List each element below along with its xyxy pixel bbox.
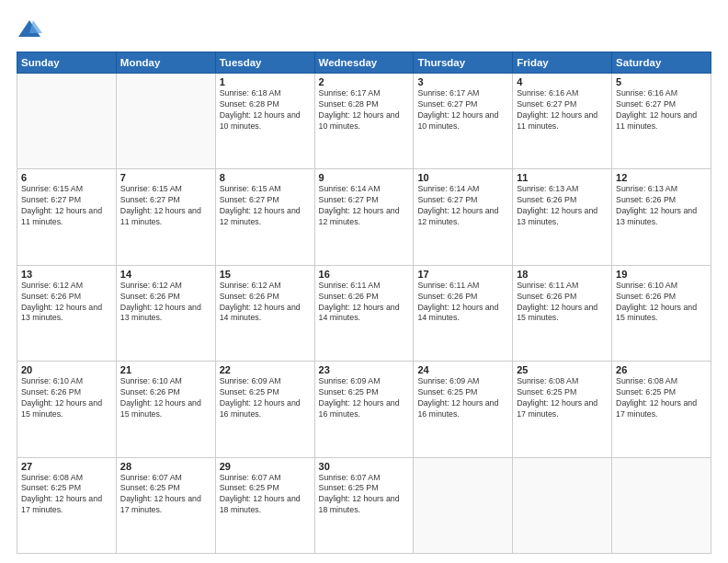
day-number: 21	[120, 364, 211, 375]
calendar-day-cell	[116, 74, 215, 169]
day-number: 25	[517, 364, 608, 375]
day-info: Sunrise: 6:11 AM Sunset: 6:26 PM Dayligh…	[417, 281, 508, 325]
calendar-week-row: 13Sunrise: 6:12 AM Sunset: 6:26 PM Dayli…	[17, 265, 711, 361]
day-info: Sunrise: 6:12 AM Sunset: 6:26 PM Dayligh…	[220, 281, 311, 325]
day-number: 16	[319, 269, 410, 280]
calendar-table: SundayMondayTuesdayWednesdayThursdayFrid…	[17, 52, 711, 554]
day-number: 3	[417, 76, 508, 87]
weekday-header: Thursday	[414, 52, 513, 74]
calendar-day-cell: 23Sunrise: 6:09 AM Sunset: 6:25 PM Dayli…	[314, 362, 414, 457]
day-number: 18	[517, 269, 608, 280]
calendar-day-cell: 20Sunrise: 6:10 AM Sunset: 6:26 PM Dayli…	[17, 362, 117, 457]
day-info: Sunrise: 6:16 AM Sunset: 6:27 PM Dayligh…	[517, 88, 608, 132]
day-number: 17	[417, 269, 508, 280]
day-info: Sunrise: 6:10 AM Sunset: 6:26 PM Dayligh…	[120, 376, 211, 420]
calendar-day-cell: 5Sunrise: 6:16 AM Sunset: 6:27 PM Daylig…	[612, 74, 711, 169]
calendar-day-cell: 13Sunrise: 6:12 AM Sunset: 6:26 PM Dayli…	[17, 265, 117, 361]
weekday-header: Monday	[116, 52, 215, 74]
day-info: Sunrise: 6:18 AM Sunset: 6:28 PM Dayligh…	[220, 88, 311, 132]
calendar-day-cell: 10Sunrise: 6:14 AM Sunset: 6:27 PM Dayli…	[414, 169, 513, 265]
day-info: Sunrise: 6:15 AM Sunset: 6:27 PM Dayligh…	[220, 184, 311, 228]
weekday-row: SundayMondayTuesdayWednesdayThursdayFrid…	[17, 52, 711, 74]
day-info: Sunrise: 6:16 AM Sunset: 6:27 PM Dayligh…	[616, 88, 707, 132]
calendar-day-cell: 9Sunrise: 6:14 AM Sunset: 6:27 PM Daylig…	[314, 169, 414, 265]
logo-icon	[17, 17, 42, 42]
day-number: 27	[21, 461, 112, 472]
calendar-day-cell: 28Sunrise: 6:07 AM Sunset: 6:25 PM Dayli…	[116, 457, 215, 553]
day-info: Sunrise: 6:11 AM Sunset: 6:26 PM Dayligh…	[319, 281, 410, 325]
day-info: Sunrise: 6:15 AM Sunset: 6:27 PM Dayligh…	[120, 184, 211, 228]
day-number: 28	[120, 461, 211, 472]
day-info: Sunrise: 6:17 AM Sunset: 6:28 PM Dayligh…	[319, 88, 410, 132]
day-info: Sunrise: 6:15 AM Sunset: 6:27 PM Dayligh…	[21, 184, 112, 228]
day-number: 14	[120, 269, 211, 280]
day-number: 24	[417, 364, 508, 375]
calendar-day-cell: 8Sunrise: 6:15 AM Sunset: 6:27 PM Daylig…	[215, 169, 314, 265]
calendar-day-cell: 29Sunrise: 6:07 AM Sunset: 6:25 PM Dayli…	[215, 457, 314, 553]
day-number: 30	[319, 461, 410, 472]
day-number: 15	[220, 269, 311, 280]
logo	[17, 17, 46, 42]
calendar-day-cell: 3Sunrise: 6:17 AM Sunset: 6:27 PM Daylig…	[414, 74, 513, 169]
day-info: Sunrise: 6:10 AM Sunset: 6:26 PM Dayligh…	[21, 376, 112, 420]
calendar-day-cell: 19Sunrise: 6:10 AM Sunset: 6:26 PM Dayli…	[612, 265, 711, 361]
day-number: 9	[319, 172, 410, 183]
header	[17, 17, 711, 42]
day-info: Sunrise: 6:09 AM Sunset: 6:25 PM Dayligh…	[319, 376, 410, 420]
day-number: 20	[21, 364, 112, 375]
calendar-day-cell: 6Sunrise: 6:15 AM Sunset: 6:27 PM Daylig…	[17, 169, 117, 265]
day-info: Sunrise: 6:10 AM Sunset: 6:26 PM Dayligh…	[616, 281, 707, 325]
calendar-day-cell	[612, 457, 711, 553]
day-number: 1	[220, 76, 311, 87]
calendar-body: 1Sunrise: 6:18 AM Sunset: 6:28 PM Daylig…	[17, 74, 711, 554]
calendar-day-cell: 21Sunrise: 6:10 AM Sunset: 6:26 PM Dayli…	[116, 362, 215, 457]
weekday-header: Sunday	[17, 52, 117, 74]
day-number: 23	[319, 364, 410, 375]
day-number: 26	[616, 364, 707, 375]
weekday-header: Saturday	[612, 52, 711, 74]
calendar-day-cell: 26Sunrise: 6:08 AM Sunset: 6:25 PM Dayli…	[612, 362, 711, 457]
calendar-week-row: 27Sunrise: 6:08 AM Sunset: 6:25 PM Dayli…	[17, 457, 711, 553]
day-info: Sunrise: 6:12 AM Sunset: 6:26 PM Dayligh…	[120, 281, 211, 325]
day-number: 6	[21, 172, 112, 183]
day-number: 22	[220, 364, 311, 375]
calendar-day-cell: 2Sunrise: 6:17 AM Sunset: 6:28 PM Daylig…	[314, 74, 414, 169]
calendar-day-cell: 4Sunrise: 6:16 AM Sunset: 6:27 PM Daylig…	[513, 74, 612, 169]
svg-marker-1	[29, 20, 42, 33]
day-number: 19	[616, 269, 707, 280]
day-number: 7	[120, 172, 211, 183]
day-number: 5	[616, 76, 707, 87]
calendar-day-cell: 7Sunrise: 6:15 AM Sunset: 6:27 PM Daylig…	[116, 169, 215, 265]
day-info: Sunrise: 6:14 AM Sunset: 6:27 PM Dayligh…	[319, 184, 410, 228]
calendar-day-cell	[17, 74, 117, 169]
day-number: 13	[21, 269, 112, 280]
day-info: Sunrise: 6:17 AM Sunset: 6:27 PM Dayligh…	[417, 88, 508, 132]
day-info: Sunrise: 6:08 AM Sunset: 6:25 PM Dayligh…	[616, 376, 707, 420]
calendar-day-cell: 12Sunrise: 6:13 AM Sunset: 6:26 PM Dayli…	[612, 169, 711, 265]
calendar-day-cell: 27Sunrise: 6:08 AM Sunset: 6:25 PM Dayli…	[17, 457, 117, 553]
day-info: Sunrise: 6:08 AM Sunset: 6:25 PM Dayligh…	[517, 376, 608, 420]
day-number: 29	[220, 461, 311, 472]
day-info: Sunrise: 6:08 AM Sunset: 6:25 PM Dayligh…	[21, 473, 112, 517]
weekday-header: Wednesday	[314, 52, 414, 74]
calendar-day-cell: 16Sunrise: 6:11 AM Sunset: 6:26 PM Dayli…	[314, 265, 414, 361]
day-info: Sunrise: 6:12 AM Sunset: 6:26 PM Dayligh…	[21, 281, 112, 325]
calendar-week-row: 1Sunrise: 6:18 AM Sunset: 6:28 PM Daylig…	[17, 74, 711, 169]
calendar-day-cell: 18Sunrise: 6:11 AM Sunset: 6:26 PM Dayli…	[513, 265, 612, 361]
calendar-week-row: 20Sunrise: 6:10 AM Sunset: 6:26 PM Dayli…	[17, 362, 711, 457]
day-info: Sunrise: 6:07 AM Sunset: 6:25 PM Dayligh…	[220, 473, 311, 517]
calendar-day-cell: 1Sunrise: 6:18 AM Sunset: 6:28 PM Daylig…	[215, 74, 314, 169]
day-number: 2	[319, 76, 410, 87]
calendar-day-cell: 17Sunrise: 6:11 AM Sunset: 6:26 PM Dayli…	[414, 265, 513, 361]
weekday-header: Tuesday	[215, 52, 314, 74]
calendar-day-cell	[513, 457, 612, 553]
calendar-day-cell: 22Sunrise: 6:09 AM Sunset: 6:25 PM Dayli…	[215, 362, 314, 457]
day-info: Sunrise: 6:13 AM Sunset: 6:26 PM Dayligh…	[616, 184, 707, 228]
day-info: Sunrise: 6:07 AM Sunset: 6:25 PM Dayligh…	[319, 473, 410, 517]
day-info: Sunrise: 6:11 AM Sunset: 6:26 PM Dayligh…	[517, 281, 608, 325]
calendar-header: SundayMondayTuesdayWednesdayThursdayFrid…	[17, 52, 711, 74]
day-number: 11	[517, 172, 608, 183]
day-number: 12	[616, 172, 707, 183]
calendar-day-cell	[414, 457, 513, 553]
page: SundayMondayTuesdayWednesdayThursdayFrid…	[0, 0, 728, 563]
